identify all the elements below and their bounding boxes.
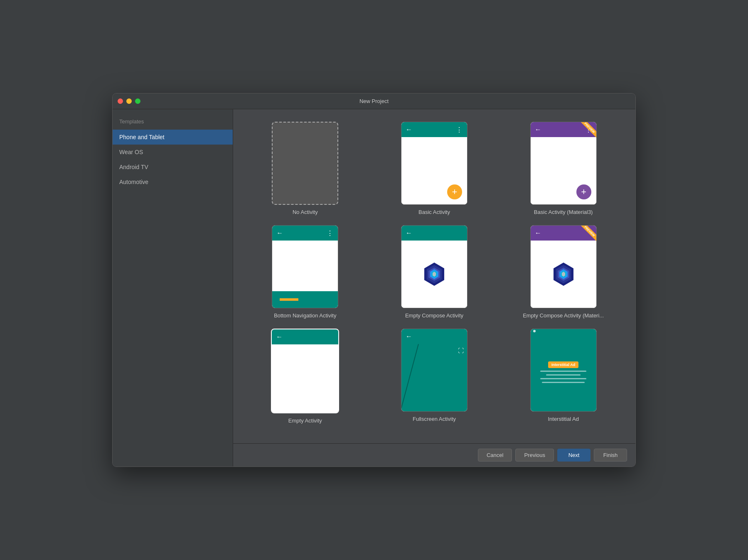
basic-activity-body: + [401, 137, 467, 204]
fab-button: + [447, 184, 462, 199]
nav-indicator [280, 298, 298, 301]
ad-line-3 [540, 378, 586, 379]
template-no-activity[interactable]: No Activity [246, 122, 365, 215]
window-title: New Project [359, 98, 389, 104]
template-label-no-activity: No Activity [293, 209, 318, 215]
main-content: No Activity ← ⋮ + [233, 109, 635, 467]
fullscreen-bar: ← [401, 329, 467, 344]
sidebar-item-wear-os[interactable]: Wear OS [113, 145, 233, 160]
template-empty-compose-m3[interactable]: ← [504, 225, 623, 319]
preview-ribbon-m3: PREVIEW [573, 226, 596, 248]
compose-hex-icon [421, 261, 448, 287]
back-arrow-icon: ← [535, 126, 541, 133]
template-interstitial-ad[interactable]: Interstitial Ad Interstitial Ad [504, 329, 623, 424]
compose-bar: ← [401, 226, 467, 241]
template-preview-wrapper-empty: ← [271, 329, 339, 413]
empty-activity-bar: ← [272, 329, 338, 344]
template-label-empty-activity: Empty Activity [288, 418, 322, 424]
basic-activity-bar: ← ⋮ [401, 122, 467, 137]
back-arrow-icon: ← [535, 229, 541, 237]
template-label-basic-activity: Basic Activity [418, 209, 450, 215]
template-preview-bottom-nav: ← ⋮ [272, 225, 338, 308]
ad-line-1 [540, 371, 586, 372]
template-preview-no-activity [272, 122, 338, 205]
template-label-basic-material3: Basic Activity (Material3) [534, 209, 593, 215]
compose-m3-body [531, 241, 596, 308]
template-label-bottom-nav: Bottom Navigation Activity [274, 312, 336, 319]
main-layout: Templates Phone and Tablet Wear OS Andro… [113, 109, 635, 467]
previous-button[interactable]: Previous [515, 449, 554, 462]
minimize-button[interactable] [126, 98, 132, 104]
back-arrow-icon: ← [276, 333, 283, 341]
back-arrow-icon: ← [406, 333, 412, 340]
ad-top-bar [531, 329, 596, 333]
sidebar-heading: Templates [113, 116, 233, 130]
ad-line-4 [542, 382, 585, 383]
template-preview-empty-compose: ← [401, 225, 468, 308]
next-button[interactable]: Next [557, 449, 591, 462]
menu-dots-icon: ⋮ [327, 229, 334, 237]
bottom-nav-bar-widget [272, 291, 338, 308]
template-preview-fullscreen: ← ⛶ [401, 329, 468, 412]
bottom-button-bar: Cancel Previous Next Finish [233, 443, 635, 467]
template-label-interstitial-ad: Interstitial Ad [548, 416, 578, 422]
template-preview-basic-activity: ← ⋮ + [401, 122, 468, 205]
diagonal-line [401, 344, 419, 411]
close-button[interactable] [118, 98, 123, 104]
template-empty-compose[interactable]: ← [375, 225, 494, 319]
fab-button: + [576, 184, 591, 199]
sidebar-item-phone-tablet[interactable]: Phone and Tablet [113, 130, 233, 145]
template-fullscreen[interactable]: ← ⛶ Fullscreen Activity [375, 329, 494, 424]
new-project-window: New Project Templates Phone and Tablet W… [112, 93, 636, 467]
template-basic-material3[interactable]: ← ⋮ + PREVIEW Basic Activity (Material3) [504, 122, 623, 215]
sidebar: Templates Phone and Tablet Wear OS Andro… [113, 109, 233, 467]
compose-m3-hex-icon [550, 261, 577, 287]
back-arrow-icon: ← [276, 229, 283, 237]
fullscreen-icon: ⛶ [458, 347, 464, 354]
sidebar-item-automotive[interactable]: Automotive [113, 174, 233, 189]
template-label-empty-compose-m3: Empty Compose Activity (Materi... [523, 312, 604, 319]
template-basic-activity[interactable]: ← ⋮ + Basic Activity [375, 122, 494, 215]
back-arrow-icon: ← [406, 229, 412, 237]
basic-m3-body: + [531, 137, 596, 204]
templates-grid: No Activity ← ⋮ + [233, 109, 635, 443]
title-bar: New Project [113, 93, 635, 109]
ad-dot-top [533, 330, 536, 332]
maximize-button[interactable] [135, 98, 140, 104]
fullscreen-body: ⛶ [401, 344, 467, 411]
preview-ribbon: PREVIEW [573, 122, 596, 145]
ad-body: Interstitial Ad [531, 333, 596, 411]
sidebar-item-android-tv[interactable]: Android TV [113, 160, 233, 174]
template-label-empty-compose: Empty Compose Activity [405, 312, 463, 319]
template-preview-basic-material3: ← ⋮ + PREVIEW [530, 122, 597, 205]
back-arrow-icon: ← [406, 126, 412, 133]
bottom-nav-body [272, 241, 338, 291]
bottom-nav-bar: ← ⋮ [272, 226, 338, 241]
template-empty-activity[interactable]: ← Empty Activity [246, 329, 365, 424]
template-preview-interstitial-ad: Interstitial Ad [530, 329, 597, 412]
template-bottom-nav[interactable]: ← ⋮ Bottom Navigation Activity [246, 225, 365, 319]
template-preview-empty-activity: ← [272, 329, 338, 413]
window-controls [118, 98, 140, 104]
ad-badge: Interstitial Ad [548, 361, 578, 368]
ad-line-2 [546, 374, 581, 376]
template-label-fullscreen: Fullscreen Activity [413, 416, 456, 422]
compose-body [401, 241, 467, 308]
menu-dots-icon: ⋮ [456, 126, 463, 134]
cancel-button[interactable]: Cancel [478, 449, 512, 462]
finish-button[interactable]: Finish [594, 449, 627, 462]
template-preview-empty-compose-m3: ← [530, 225, 597, 308]
empty-activity-body [272, 344, 338, 413]
